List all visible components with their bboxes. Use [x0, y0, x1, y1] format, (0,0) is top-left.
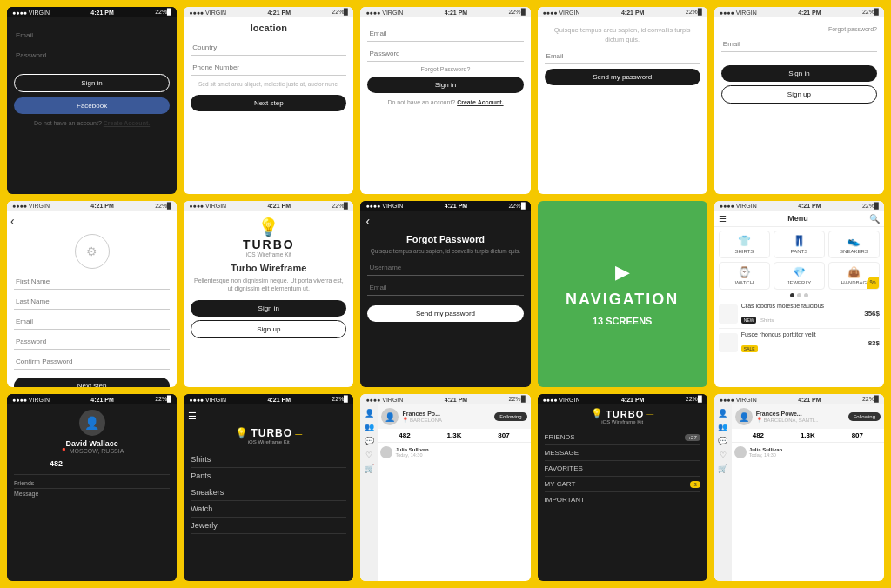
- friends-icon[interactable]: 👥: [718, 423, 727, 431]
- following-button[interactable]: Following: [494, 412, 526, 421]
- nav-watch[interactable]: Watch: [191, 501, 346, 518]
- facebook-button[interactable]: Facebook: [14, 97, 170, 114]
- nav-shirts[interactable]: Shirts: [191, 451, 346, 468]
- product-price-1: 356$: [864, 310, 880, 317]
- stat-2: 1.3K: [447, 431, 462, 439]
- profile-stats: 482: [14, 459, 170, 468]
- battery: 22%▉: [332, 9, 348, 16]
- menu-friends[interactable]: Friends: [14, 478, 170, 489]
- signal: ●●●● VIRGIN: [543, 397, 580, 403]
- profile-name: David Wallace: [65, 439, 117, 448]
- dash: —: [646, 410, 653, 418]
- search-icon[interactable]: 🔍: [869, 214, 880, 224]
- send-password-button[interactable]: Send my password: [367, 305, 523, 322]
- person-icon[interactable]: 👤: [365, 409, 374, 418]
- product-info-1: Cras lobortis molestie faucibus NEW Shir…: [741, 303, 861, 325]
- cart-icon[interactable]: 🛒: [718, 464, 727, 473]
- product-price-2: 83$: [868, 339, 880, 347]
- email-input[interactable]: [721, 37, 877, 52]
- category-sneakers[interactable]: 👟 SNEAKERS: [828, 231, 880, 258]
- confirm-password-input[interactable]: [14, 354, 170, 370]
- hamburger-icon[interactable]: ☰: [719, 214, 727, 224]
- message-icon[interactable]: 💬: [365, 437, 374, 445]
- firstname-input[interactable]: [14, 274, 170, 290]
- watch-icon: ⌚: [738, 266, 751, 278]
- phone-input[interactable]: [191, 60, 346, 76]
- nav-sneakers[interactable]: Sneakers: [191, 484, 346, 501]
- time: 4:21 PM: [798, 203, 821, 209]
- pants-label: PANTS: [791, 249, 808, 254]
- brand-name: TURBO: [606, 409, 644, 419]
- cart-icon[interactable]: 🛒: [365, 464, 374, 473]
- bulb-icon: 💡: [235, 427, 248, 439]
- back-nav[interactable]: ‹: [360, 211, 530, 231]
- card-send-password-top: ●●●● VIRGIN 4:21 PM 22%▉ Quisque tempus …: [538, 7, 707, 194]
- category-jewerly[interactable]: 💎 JEWERLY: [774, 262, 825, 290]
- person-icon[interactable]: 👤: [718, 409, 727, 418]
- next-step-button[interactable]: Next step: [191, 95, 346, 111]
- heart-icon[interactable]: ♡: [720, 451, 727, 459]
- status-bar-7: ●●●● VIRGIN 4:21 PM 22%▉: [184, 201, 353, 211]
- signin-button[interactable]: Sign in: [367, 77, 523, 93]
- category-watch[interactable]: ⌚ WATCH: [719, 262, 770, 290]
- email-input[interactable]: [367, 280, 523, 296]
- create-account-link[interactable]: Do not have an account? Create Account.: [367, 99, 523, 105]
- menu-message[interactable]: Message: [14, 489, 170, 498]
- create-account-link[interactable]: Do not have an account? Create Account.: [14, 120, 170, 126]
- signin-button[interactable]: Sign in: [721, 65, 877, 82]
- time: 4:21 PM: [268, 397, 291, 403]
- stats-row: 482 1.3K 807: [378, 429, 530, 443]
- time: 4:21 PM: [90, 10, 113, 16]
- signup-button[interactable]: Sign up: [191, 320, 346, 338]
- email-input[interactable]: [367, 26, 523, 42]
- friends-icon[interactable]: 👥: [365, 423, 374, 431]
- lastname-input[interactable]: [14, 294, 170, 310]
- following-button-2[interactable]: Following: [848, 412, 881, 421]
- message-item[interactable]: Julia Sullivan Today, 14:30: [380, 444, 527, 460]
- signin-button[interactable]: Sign in: [14, 74, 170, 92]
- email-input[interactable]: [14, 314, 170, 330]
- menu-favorites[interactable]: FAVORITES: [545, 461, 700, 477]
- category-handbag[interactable]: 👜 HANDBAG %: [828, 262, 880, 290]
- product-img-1: [719, 304, 738, 324]
- menu-important[interactable]: IMPORTANT: [545, 492, 700, 507]
- side-nav-2: 👤 👥 💬 ♡ 🛒: [714, 404, 732, 581]
- password-input[interactable]: [14, 48, 170, 63]
- status-bar-4: ●●●● VIRGIN 4:21 PM 22%▉: [538, 7, 707, 17]
- menu-friends[interactable]: FRIENDS +27: [545, 430, 700, 445]
- back-nav[interactable]: ‹: [7, 211, 177, 231]
- category-shirts[interactable]: 👕 SHIRTS: [719, 231, 770, 258]
- password-input[interactable]: [14, 334, 170, 350]
- nav-pants[interactable]: Pants: [191, 468, 346, 484]
- send-password-button[interactable]: Send my password: [545, 69, 700, 85]
- shirts-label: SHIRTS: [734, 249, 754, 254]
- forgot-link[interactable]: Forgot password?: [721, 26, 877, 32]
- password-input[interactable]: [367, 46, 523, 62]
- next-step-button[interactable]: Next step: [14, 378, 170, 388]
- card-profile-white: ●●●● VIRGIN 4:21 PM 22%▉ 👤 👥 💬 ♡ 🛒 👤 Fra…: [360, 394, 530, 581]
- nav-jewerly[interactable]: Jewerly: [191, 518, 346, 534]
- menu-message[interactable]: MESSAGE: [545, 445, 700, 461]
- card-profile-white-2: ●●●● VIRGIN 4:21 PM 22%▉ 👤 👥 💬 ♡ 🛒 👤 Fra…: [714, 394, 884, 581]
- email-input[interactable]: [545, 49, 700, 64]
- forgot-password-link[interactable]: Forgot Password?: [367, 66, 523, 72]
- signup-button[interactable]: Sign up: [721, 85, 877, 104]
- time: 4:21 PM: [90, 203, 113, 209]
- product-badges-1: NEW Shirts: [741, 310, 861, 325]
- product-1[interactable]: Cras lobortis molestie faucibus NEW Shir…: [719, 300, 880, 329]
- dash-icon: —: [295, 430, 302, 438]
- hamburger-header[interactable]: ☰: [184, 404, 353, 425]
- heart-icon[interactable]: ♡: [365, 451, 372, 459]
- email-input[interactable]: [14, 28, 170, 43]
- message-icon-active[interactable]: 💬: [718, 437, 727, 445]
- menu-cart[interactable]: MY CART 3: [545, 477, 700, 492]
- signin-button[interactable]: Sign in: [191, 300, 346, 317]
- sneakers-label: SNEAKERS: [840, 249, 868, 254]
- menu-header: ☰ Menu 🔍: [714, 211, 884, 227]
- signal: ●●●● VIRGIN: [720, 397, 757, 403]
- country-input[interactable]: [191, 40, 346, 56]
- product-2[interactable]: Fusce rhoncus porttitor velit SALE 83$: [719, 329, 880, 357]
- username-input[interactable]: [367, 260, 523, 276]
- message-item-2[interactable]: Julia Sullivan Today, 14:30: [734, 444, 881, 460]
- category-pants[interactable]: 👖 PANTS: [774, 231, 825, 258]
